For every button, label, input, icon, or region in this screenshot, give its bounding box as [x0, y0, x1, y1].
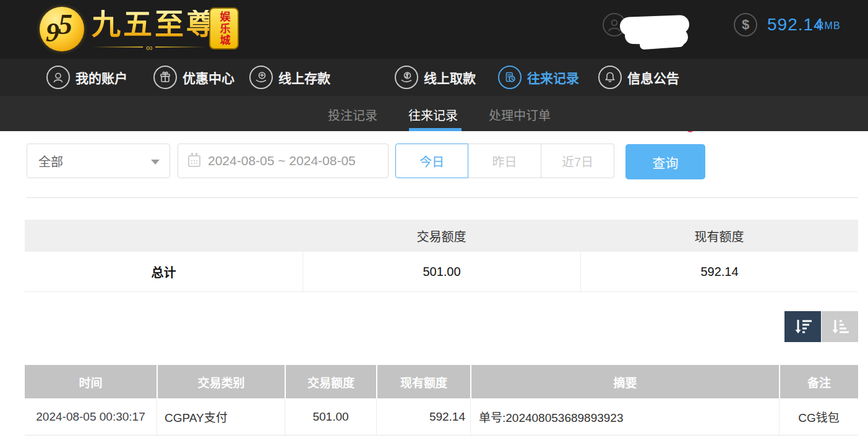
nav-item-withdraw[interactable]: 线上取款: [395, 59, 476, 96]
nav-item-promotions[interactable]: 优惠中心: [153, 59, 234, 96]
active-tab-underline: [409, 128, 462, 131]
cell-transaction-type: CGPAY支付: [157, 398, 285, 435]
nav-item-label: 线上存款: [278, 68, 330, 87]
summary-header-transaction-amount: 交易额度: [303, 220, 580, 252]
summary-table: 交易额度 现有额度 总计 501.00 592.14: [25, 220, 858, 292]
tab-transaction-records[interactable]: 往来记录: [408, 106, 458, 124]
flourish-line-right: [155, 46, 205, 48]
brand-badge: 娱乐城: [209, 7, 239, 49]
sort-descending-button[interactable]: [784, 311, 821, 342]
withdraw-icon: [395, 66, 418, 89]
flourish-decoration: ∞: [93, 42, 205, 52]
quick-range-last7days[interactable]: 近7日: [541, 144, 614, 178]
nav-item-records[interactable]: 往来记录: [498, 59, 579, 96]
nav-item-announcements[interactable]: 信息公告: [598, 59, 679, 96]
table-header-row: 时间 交易类别 交易额度 现有额度 摘要 备注: [25, 365, 858, 398]
table-row: 2024-08-05 00:30:17 CGPAY支付 501.00 592.1…: [25, 398, 858, 435]
sort-ascending-button[interactable]: [822, 311, 858, 342]
bell-icon: [598, 66, 622, 89]
summary-header-current-amount: 现有额度: [580, 220, 858, 252]
cell-transaction-amount: 501.00: [285, 398, 376, 435]
calendar-icon: [188, 155, 200, 167]
type-select[interactable]: 全部: [27, 144, 170, 178]
quick-range-today[interactable]: 今日: [395, 144, 468, 178]
quick-range-group: 今日 昨日 近7日: [395, 144, 614, 178]
cell-current-amount: 592.14: [376, 398, 470, 435]
sort-ascending-icon: [830, 317, 851, 336]
flourish-line-left: [93, 46, 143, 48]
cell-note: CG钱包: [779, 398, 858, 435]
flourish-glyph: ∞: [143, 43, 156, 52]
chevron-down-icon: [151, 160, 160, 165]
cell-time: 2024-08-05 00:30:17: [25, 398, 157, 435]
brand-title: 九五至尊: [92, 10, 218, 39]
summary-header-row: 交易额度 现有额度: [25, 220, 858, 252]
summary-transaction-amount: 501.00: [303, 252, 580, 291]
nav-item-label: 我的账户: [75, 68, 127, 87]
gift-icon: [153, 66, 177, 89]
header-current-amount: 现有额度: [376, 365, 470, 398]
balance-amount: 592.14: [767, 15, 824, 35]
nav-item-label: 线上取款: [424, 68, 476, 87]
header-note: 备注: [779, 365, 858, 398]
header-summary: 摘要: [470, 365, 779, 398]
deposit-icon: [249, 66, 273, 89]
tab-pending-orders[interactable]: 处理中订单: [489, 106, 551, 124]
search-button[interactable]: 查询: [625, 144, 705, 179]
page: 9 5 九五至尊 ∞ 娱乐城 0 $ 592.14 RMB: [0, 0, 868, 446]
type-select-value: 全部: [38, 152, 63, 170]
records-table: 时间 交易类别 交易额度 现有额度 摘要 备注 2024-08-05 00:30…: [25, 365, 858, 435]
user-icon: [46, 66, 70, 89]
date-range-input[interactable]: 2024-08-05 ~ 2024-08-05: [178, 144, 389, 178]
record-tabs: 投注记录 往来记录 处理中订单: [0, 96, 868, 131]
records-icon: [498, 66, 522, 89]
date-range-value: 2024-08-05 ~ 2024-08-05: [208, 153, 356, 168]
logo-95-icon[interactable]: 9 5: [40, 7, 84, 51]
cell-summary: 单号:202408053689893923: [470, 398, 779, 435]
quick-range-yesterday[interactable]: 昨日: [468, 144, 541, 178]
tab-bet-records[interactable]: 投注记录: [328, 106, 377, 124]
nav-item-label: 优惠中心: [183, 68, 234, 87]
main-navigation: 我的账户 优惠中心 线上存款: [0, 59, 868, 96]
nav-item-label: 往来记录: [527, 68, 579, 87]
summary-current-amount: 592.14: [580, 252, 858, 291]
section-divider: [27, 197, 858, 198]
summary-total-row: 总计 501.00 592.14: [25, 252, 858, 292]
dollar-glyph: $: [742, 17, 749, 33]
header-transaction-amount: 交易额度: [285, 365, 376, 398]
nav-item-label: 信息公告: [627, 68, 679, 87]
currency-icon: $: [734, 13, 757, 36]
summary-total-label: 总计: [25, 252, 303, 291]
summary-header-empty: [25, 220, 303, 252]
logo-digit-9: 9: [46, 19, 59, 46]
currency-label: RMB: [817, 20, 841, 32]
logo-digit-5: 5: [58, 11, 72, 39]
nav-item-account[interactable]: 我的账户: [46, 59, 127, 96]
nav-item-deposit[interactable]: 线上存款: [249, 59, 330, 96]
sort-descending-icon: [793, 317, 814, 336]
top-header: 9 5 九五至尊 ∞ 娱乐城 0 $ 592.14 RMB: [0, 0, 868, 59]
header-time: 时间: [25, 365, 157, 398]
header-transaction-type: 交易类别: [157, 365, 285, 398]
